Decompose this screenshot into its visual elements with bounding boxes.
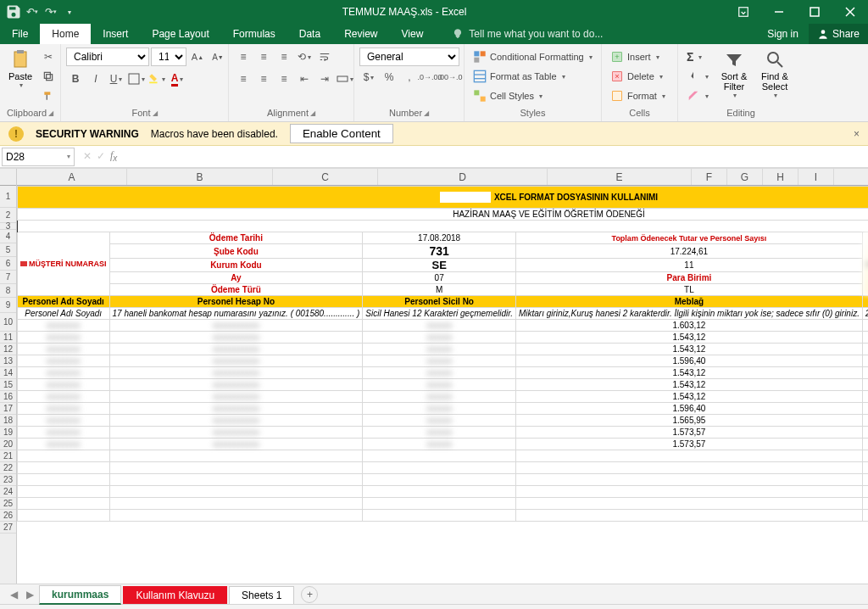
col-C[interactable]: C [273, 169, 378, 185]
sheet-table[interactable]: XCEL FORMAT DOSYASININ KULLANIMI HAZİRAN… [17, 186, 868, 522]
row-header[interactable]: 19 [0, 427, 16, 439]
underline-icon[interactable]: U [107, 70, 125, 88]
tab-nav-next[interactable]: ▶ [23, 589, 37, 601]
data-row[interactable]: xxxxxxxxxxxxxxxxxxxxxxxxx1.543,12 [18, 379, 869, 391]
data-row[interactable]: xxxxxxxxxxxxxxxxxxxxxxxxx1.565,95 [18, 415, 869, 427]
row-header[interactable]: 12 [0, 344, 16, 355]
align-right-icon[interactable]: ≡ [275, 70, 293, 88]
ribbon-options-icon[interactable] [726, 0, 761, 24]
sheet-tab-sheets1[interactable]: Sheets 1 [229, 586, 294, 604]
font-color-icon[interactable]: A [168, 70, 186, 88]
tab-formulas[interactable]: Formulas [221, 24, 287, 44]
empty-row[interactable] [18, 510, 869, 522]
spacer-row[interactable] [18, 221, 869, 232]
font-name-select[interactable]: Calibri [66, 47, 149, 66]
row-ay[interactable]: Ay07Para Birimi [18, 272, 869, 284]
row-header[interactable]: 22 [0, 462, 16, 474]
row-odeme-tarihi[interactable]: MÜŞTERİ NUMARASI Ödeme Tarihi 17.08.2018… [18, 232, 869, 244]
data-row[interactable]: xxxxxxxxxxxxxxxxxxxxxxxxx1.596,40 [18, 355, 869, 367]
data-row[interactable]: xxxxxxxxxxxxxxxxxxxxxxxxx1.573,57 [18, 427, 869, 439]
select-all-corner[interactable] [0, 169, 16, 186]
signin-button[interactable]: Sign in [759, 24, 807, 44]
copy-icon[interactable] [39, 67, 58, 86]
increase-decimal-icon[interactable]: .0→.00 [420, 68, 439, 87]
increase-font-icon[interactable]: A▲ [188, 47, 207, 66]
col-E[interactable]: E [548, 169, 692, 185]
data-row[interactable]: xxxxxxxxxxxxxxxxxxxxxxxxx1.543,12 [18, 391, 869, 403]
align-top-icon[interactable]: ≡ [234, 47, 253, 66]
conditional-formatting-button[interactable]: Conditional Formatting [470, 47, 596, 66]
empty-row[interactable] [18, 450, 869, 462]
format-painter-icon[interactable] [39, 87, 58, 105]
decrease-font-icon[interactable]: A▼ [209, 47, 227, 66]
row-header[interactable]: 6 [0, 257, 16, 271]
row-header[interactable]: 20 [0, 439, 16, 450]
title-row[interactable]: XCEL FORMAT DOSYASININ KULLANIMI [18, 187, 869, 209]
undo-icon[interactable]: ↶▾ [24, 3, 41, 20]
tab-view[interactable]: View [390, 24, 436, 44]
comma-icon[interactable]: , [400, 68, 419, 87]
col-F[interactable]: F [692, 169, 727, 185]
row-header[interactable]: 11 [0, 332, 16, 344]
tab-insert[interactable]: Insert [91, 24, 140, 44]
data-row[interactable]: xxxxxxxxxxxxxxxxxxxxxxxxx1.543,12 [18, 332, 869, 344]
col-G[interactable]: G [727, 169, 763, 185]
decrease-indent-icon[interactable]: ⇤ [295, 70, 314, 88]
font-size-select[interactable]: 11 [151, 47, 186, 66]
save-icon[interactable] [5, 3, 22, 20]
row-header[interactable]: 7 [0, 271, 16, 284]
find-select-button[interactable]: Find & Select [756, 47, 793, 101]
font-dialog-icon[interactable]: ◢ [153, 109, 158, 117]
orientation-icon[interactable]: ⟲ [295, 47, 314, 66]
border-icon[interactable] [127, 70, 146, 88]
row-header[interactable]: 17 [0, 403, 16, 415]
redo-icon[interactable]: ↷▾ [42, 3, 59, 20]
col-D[interactable]: D [378, 169, 548, 185]
percent-icon[interactable]: % [380, 68, 398, 87]
col-H[interactable]: H [763, 169, 798, 185]
tab-file[interactable]: File [0, 24, 40, 44]
tab-review[interactable]: Review [332, 24, 389, 44]
column-header-row[interactable]: Personel Adı Soyadı Personel Hesap No Pe… [18, 296, 869, 308]
data-row[interactable]: xxxxxxxxxxxxxxxxxxxxxxxxx1.603,12 [18, 320, 869, 332]
clear-button[interactable] [683, 87, 712, 105]
tab-home[interactable]: Home [40, 24, 91, 44]
enable-content-button[interactable]: Enable Content [290, 124, 393, 143]
minimize-icon[interactable] [761, 0, 797, 24]
delete-cells-button[interactable]: ×Delete [607, 67, 672, 86]
data-row[interactable]: xxxxxxxxxxxxxxxxxxxxxxxxx1.596,40 [18, 403, 869, 415]
tell-me-search[interactable]: Tell me what you want to do... [435, 24, 759, 44]
decrease-decimal-icon[interactable]: .00→.0 [441, 68, 459, 87]
sort-filter-button[interactable]: Sort & Filter [715, 47, 753, 101]
column-headers[interactable]: A B C D E F G H I [17, 169, 868, 186]
fill-color-icon[interactable] [147, 70, 166, 88]
align-middle-icon[interactable]: ≡ [254, 47, 273, 66]
sheet-tab-kurummaas[interactable]: kurummaas [39, 585, 121, 605]
row-sube[interactable]: Şube Kodu73117.224,61 [18, 244, 869, 259]
row-header[interactable]: 9 [0, 298, 16, 313]
row-header[interactable]: 8 [0, 284, 16, 298]
security-close-icon[interactable]: × [854, 128, 860, 140]
autosum-button[interactable]: Σ [683, 47, 712, 66]
fx-cancel-icon[interactable]: ✕ [83, 150, 92, 162]
number-format-select[interactable]: General [359, 47, 459, 66]
add-sheet-button[interactable]: + [301, 586, 318, 603]
tab-page-layout[interactable]: Page Layout [140, 24, 220, 44]
empty-row[interactable] [18, 462, 869, 474]
row-header[interactable]: 18 [0, 415, 16, 427]
row-odeme-turu[interactable]: Ödeme TürüMTL [18, 284, 869, 296]
row-header[interactable]: 1 [0, 186, 16, 208]
tab-data[interactable]: Data [287, 24, 332, 44]
row-header[interactable]: 13 [0, 355, 16, 367]
share-button[interactable]: Share [809, 24, 868, 44]
row-header[interactable]: 15 [0, 379, 16, 391]
row-header[interactable]: 25 [0, 498, 16, 510]
sheet-tab-kullanim[interactable]: Kullanım Klavuzu [123, 586, 227, 604]
alignment-dialog-icon[interactable]: ◢ [310, 109, 315, 117]
hint-row[interactable]: Personel Adı Soyadı 17 haneli bankomat h… [18, 308, 869, 320]
data-row[interactable]: xxxxxxxxxxxxxxxxxxxxxxxxx1.543,12 [18, 367, 869, 379]
format-as-table-button[interactable]: Format as Table [470, 67, 596, 86]
row-header[interactable]: 16 [0, 391, 16, 403]
bold-icon[interactable]: B [66, 70, 85, 88]
empty-row[interactable] [18, 498, 869, 510]
